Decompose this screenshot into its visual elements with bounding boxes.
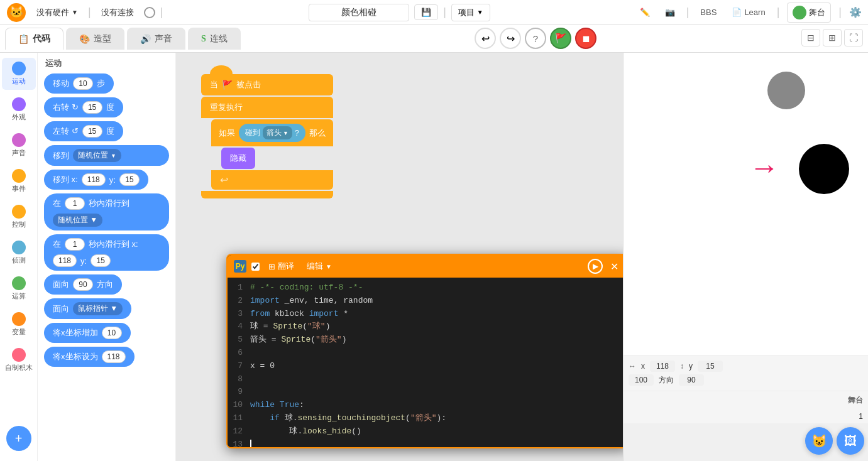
code-line-11: 11 if 球.sensing_touchingobject("箭头"): xyxy=(228,412,623,425)
sidebar-item-motion-label: 运动 xyxy=(12,77,26,86)
if-bottom: ↩ xyxy=(211,170,333,190)
sidebar-item-custom[interactable]: 自制积木 xyxy=(2,344,36,376)
tab-costumes[interactable]: 🎨 造型 xyxy=(66,28,124,50)
tab-code[interactable]: 📋 代码 xyxy=(5,28,63,50)
block-face-mouse[interactable]: 面向 鼠标指针 ▼ xyxy=(44,298,131,319)
block-turn-right[interactable]: 右转 ↻ 15 度 xyxy=(44,97,123,117)
direction-label: 方向 xyxy=(659,375,674,386)
bbs-button[interactable]: BBS xyxy=(696,5,720,19)
block-face-direction[interactable]: 面向 90 方向 xyxy=(44,274,122,295)
tab-code-icon: 📋 xyxy=(18,34,29,44)
redo-button[interactable]: ↪ xyxy=(500,28,521,49)
sidebar-item-control-label: 控制 xyxy=(12,220,26,229)
main-content: 运动 外观 声音 事件 控制 侦测 运算 变量 xyxy=(0,53,868,461)
stage-size-row: 100 方向 90 xyxy=(629,374,863,386)
tab-connect-icon: S xyxy=(201,34,206,44)
help-button[interactable]: ? xyxy=(525,28,546,49)
sound-dot xyxy=(12,133,26,147)
block-glide-random[interactable]: 在 1 秒内滑行到 随机位置 ▼ xyxy=(44,193,169,230)
sidebar-item-sensing[interactable]: 侦测 xyxy=(2,237,36,269)
sprite-count: 1 xyxy=(859,412,863,421)
arrow-dropdown[interactable]: 箭头 ▼ xyxy=(263,126,292,139)
add-backdrop-button[interactable]: 🖼 xyxy=(837,427,864,455)
settings-icon[interactable]: ⚙️ xyxy=(849,6,862,18)
learn-icon: 📄 xyxy=(732,8,742,17)
globe-icon[interactable] xyxy=(144,7,155,18)
tab-connect-label: 连线 xyxy=(210,33,228,45)
sidebar: 运动 外观 声音 事件 控制 侦测 运算 变量 xyxy=(0,53,38,461)
tab-connect[interactable]: S 连线 xyxy=(188,28,241,50)
sidebar-item-sound-label: 声音 xyxy=(12,148,26,158)
device-label: 没有硬件 xyxy=(36,7,69,18)
variables-dot xyxy=(12,312,26,326)
learn-button[interactable]: 📄 Learn xyxy=(728,5,769,19)
sidebar-item-variables[interactable]: 变量 xyxy=(2,308,36,340)
block-goto-random[interactable]: 移到 随机位置 ▼ xyxy=(44,145,169,166)
block-change-x[interactable]: 将x坐标增加 10 xyxy=(44,323,131,343)
size-value: 100 xyxy=(629,374,654,386)
tab-costumes-icon: 🎨 xyxy=(79,34,90,44)
when-label: 当 xyxy=(210,79,218,90)
code-line-13: 13 xyxy=(228,438,623,447)
connection-label: 没有连接 xyxy=(101,7,134,18)
stage-count: 1 xyxy=(624,409,868,423)
tab-code-label: 代码 xyxy=(33,33,50,45)
code-line-3: 3 from kblock import * xyxy=(228,308,623,321)
sensing-dot xyxy=(12,241,26,254)
stage-coords-row: ↔ x 118 ↕ y 15 xyxy=(629,361,863,372)
save-button[interactable]: 💾 xyxy=(414,4,438,20)
layout-stage-button[interactable]: ⊞ xyxy=(823,29,842,46)
code-line-8: 8 xyxy=(228,373,623,386)
project-menu-button[interactable]: 项目 ▼ xyxy=(451,4,490,21)
close-editor-button[interactable]: ✕ xyxy=(608,261,621,273)
edit-icon-button[interactable]: ✏️ xyxy=(636,5,654,19)
hide-block[interactable]: 隐藏 xyxy=(221,148,255,169)
layout-split-button[interactable]: ⊟ xyxy=(801,29,820,46)
device-selector[interactable]: 没有硬件 ▼ xyxy=(31,4,83,21)
stop-button[interactable]: ⏹ xyxy=(575,28,596,49)
sensing-condition[interactable]: 碰到 箭头 ▼ ? xyxy=(239,124,305,142)
project-name-display[interactable]: 颜色相碰 xyxy=(309,4,409,21)
stage-viewport: → xyxy=(624,53,868,355)
block-set-x[interactable]: 将x坐标设为 118 xyxy=(44,347,135,367)
custom-dot xyxy=(12,348,26,362)
hat-bump xyxy=(210,65,233,74)
connect-button[interactable]: 没有连接 xyxy=(96,4,139,21)
layout-fullscreen-button[interactable]: ⛶ xyxy=(844,29,863,46)
add-sprite-button[interactable]: 😺 xyxy=(805,427,833,455)
code-line-9: 9 xyxy=(228,386,623,399)
add-extension-button[interactable]: + xyxy=(6,426,31,451)
event-hat-block[interactable]: 当 🚩 被点击 xyxy=(201,65,333,95)
undo-button[interactable]: ↩ xyxy=(475,28,496,49)
sidebar-item-operators[interactable]: 运算 xyxy=(2,273,36,305)
flag-icon: 🚩 xyxy=(222,80,233,90)
repeat-block[interactable]: 重复执行 如果 碰到 箭头 ▼ ? xyxy=(201,97,333,198)
translate-button[interactable]: ⊞ 翻译 xyxy=(265,259,298,273)
question-mark: ? xyxy=(295,129,299,138)
tabbar: 📋 代码 🎨 造型 🔊 声音 S 连线 xyxy=(0,24,868,52)
camera-icon-button[interactable]: 📷 xyxy=(661,5,679,19)
repeat-label-block: 重复执行 xyxy=(201,97,333,118)
edit-menu-button[interactable]: 编辑 ▼ xyxy=(303,259,336,273)
green-flag-button[interactable]: 🚩 xyxy=(550,28,571,49)
run-code-button[interactable]: ▶ xyxy=(588,259,603,274)
block-move[interactable]: 移动 10 步 xyxy=(44,73,114,94)
topbar-separator-1: | xyxy=(88,6,91,19)
sidebar-item-sound[interactable]: 声音 xyxy=(2,129,36,161)
tab-sounds[interactable]: 🔊 声音 xyxy=(127,28,185,50)
sidebar-item-motion[interactable]: 运动 xyxy=(2,58,36,90)
block-goto-xy[interactable]: 移到 x: 118 y: 15 xyxy=(44,170,148,190)
editor-checkbox[interactable] xyxy=(251,263,260,271)
block-turn-left[interactable]: 左转 ↺ 15 度 xyxy=(44,121,123,141)
sidebar-item-control[interactable]: 控制 xyxy=(2,201,36,233)
sidebar-item-events-label: 事件 xyxy=(12,184,26,193)
block-glide-xy[interactable]: 在 1 秒内滑行到 x: 118 y: 15 xyxy=(44,234,169,271)
sidebar-item-events[interactable]: 事件 xyxy=(2,165,36,197)
when-flag-block[interactable]: 当 🚩 被点击 xyxy=(201,74,333,95)
if-block[interactable]: 如果 碰到 箭头 ▼ ? 那么 xyxy=(211,119,333,190)
sidebar-item-looks[interactable]: 外观 xyxy=(2,94,36,126)
x-value: 118 xyxy=(650,361,675,372)
looks-dot xyxy=(12,97,26,111)
stage-mode-button[interactable]: 舞台 xyxy=(787,3,831,23)
tab-sounds-label: 声音 xyxy=(155,33,172,45)
